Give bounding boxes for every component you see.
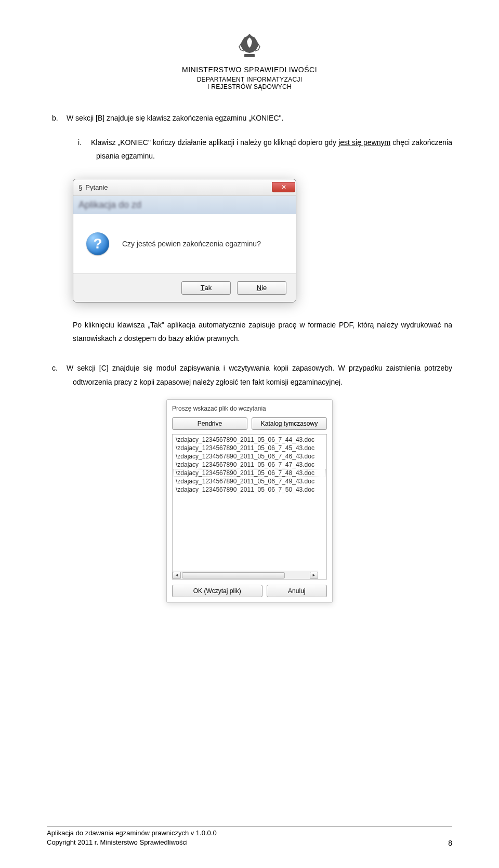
ok-load-file-button[interactable]: OK (Wczytaj plik) [172,585,262,597]
department-line-1: DEPARTAMENT INFORMATYZACJI [47,76,452,83]
text-b-i-underlined: jest się pewnym [338,138,390,147]
file-row[interactable]: \zdajacy_1234567890_2011_05_06_7_47_43.d… [173,461,326,469]
horizontal-scrollbar[interactable]: ◄ ► [173,571,318,579]
backdrop-text: Aplikacja do zd [78,200,141,211]
list-item-c: c.W sekcji [C] znajduje się moduł zapisy… [47,361,452,389]
dialog-backdrop: Aplikacja do zd [73,196,296,214]
cancel-button[interactable]: Anuluj [267,585,327,597]
confirm-dialog: § Pytanie ✕ Aplikacja do zd ? Czy jesteś… [73,179,296,303]
text-b: W sekcji [B] znajduje się klawisz zakońc… [67,114,283,122]
eagle-emblem-icon [237,31,262,61]
dialog-title-symbol: § [78,183,82,191]
close-button[interactable]: ✕ [272,182,295,192]
scroll-right-arrow-icon[interactable]: ► [310,572,318,579]
question-icon: ? [86,232,109,255]
after-dialog-paragraph: Po kliknięciu klawisza „Tak" aplikacja a… [47,318,452,346]
footer-app-name: Aplikacja do zdawania egzaminów prawnicz… [47,828,217,838]
page-footer: Aplikacja do zdawania egzaminów prawnicz… [47,826,452,847]
pendrive-button[interactable]: Pendrive [172,417,247,430]
file-row[interactable]: \zdajacy_1234567890_2011_05_06_7_48_43.d… [174,469,325,477]
no-button[interactable]: Nie [237,281,286,295]
dialog-question-text: Czy jesteś pewien zakończenia egazminu? [122,240,261,248]
marker-b: b. [52,111,67,125]
close-icon: ✕ [281,183,286,191]
file-dialog-title: Proszę wskazać plik do wczytania [172,405,327,412]
temp-folder-button[interactable]: Katalog tymczasowy [252,417,327,430]
list-item-b: b.W sekcji [B] znajduje się klawisz zako… [47,111,452,125]
svg-rect-0 [244,54,255,57]
file-row[interactable]: \zdajacy_1234567890_2011_05_06_7_50_43.d… [173,485,326,494]
text-b-i-prefix: Klawisz „KONIEC" kończy działanie aplika… [91,138,338,147]
file-select-dialog: Proszę wskazać plik do wczytania Pendriv… [166,399,333,603]
file-list[interactable]: \zdajacy_1234567890_2011_05_06_7_44_43.d… [172,434,327,580]
marker-b-i: i. [78,136,91,150]
dialog-title: Pytanie [85,183,108,191]
page-number: 8 [448,839,452,847]
file-row[interactable]: \zdajacy_1234567890_2011_05_06_7_46_43.d… [173,452,326,461]
file-row[interactable]: \zdajacy_1234567890_2011_05_06_7_44_43.d… [173,436,326,444]
footer-copyright: Copyright 2011 r. Ministerstwo Sprawiedl… [47,838,217,847]
dialog-titlebar: § Pytanie ✕ [73,179,296,196]
scroll-left-arrow-icon[interactable]: ◄ [173,572,181,579]
yes-button[interactable]: Tak [181,281,231,295]
page-header: MINISTERSTWO SPRAWIEDLIWOŚCI DEPARTAMENT… [47,31,452,90]
file-row[interactable]: \zdajacy_1234567890_2011_05_06_7_49_43.d… [173,477,326,485]
list-item-b-i: i.Klawisz „KONIEC" kończy działanie apli… [47,136,452,163]
department-line-2: I REJESTRÓW SĄDOWYCH [47,83,452,90]
text-c-line1: W sekcji [C] znajduje się moduł zapisywa… [67,364,334,372]
file-row[interactable]: \zdajacy_1234567890_2011_05_06_7_45_43.d… [173,444,326,452]
marker-c: c. [52,361,67,375]
ministry-title: MINISTERSTWO SPRAWIEDLIWOŚCI [47,65,452,74]
scroll-thumb[interactable] [182,572,285,578]
